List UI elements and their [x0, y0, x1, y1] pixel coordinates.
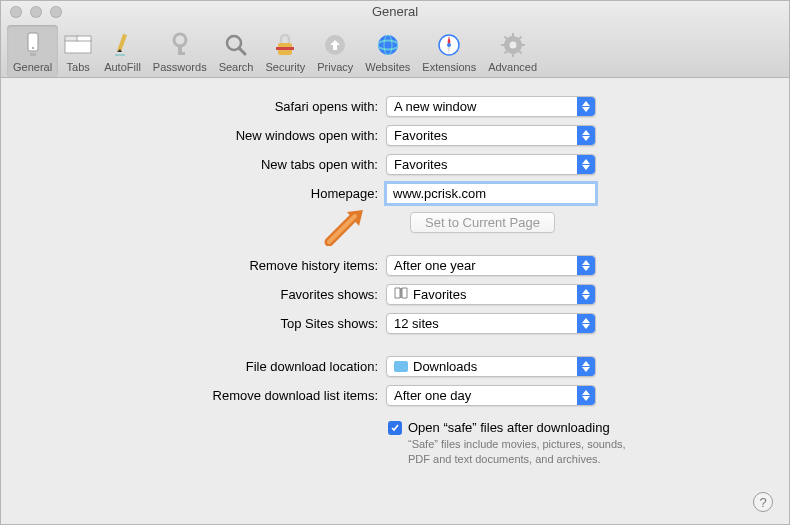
advanced-icon	[499, 31, 527, 59]
window-title: General	[1, 4, 789, 19]
label-remove-download: Remove download list items:	[31, 388, 386, 403]
svg-rect-23	[512, 53, 514, 57]
homepage-input[interactable]	[386, 183, 596, 204]
tab-general[interactable]: General	[7, 25, 58, 77]
preferences-toolbar: General Tabs AutoFill Passwords Search	[1, 22, 789, 78]
label-download-location: File download location:	[31, 359, 386, 374]
svg-line-11	[239, 48, 245, 54]
svg-rect-2	[30, 53, 36, 56]
tab-extensions[interactable]: Extensions	[416, 25, 482, 77]
svg-rect-6	[118, 34, 128, 52]
chevron-updown-icon	[577, 285, 595, 304]
svg-rect-5	[77, 36, 91, 41]
svg-rect-3	[65, 40, 91, 53]
select-download-location[interactable]: Downloads	[386, 356, 596, 377]
svg-point-21	[509, 42, 516, 49]
search-icon	[222, 31, 250, 59]
tab-passwords[interactable]: Passwords	[147, 25, 213, 77]
chevron-updown-icon	[577, 357, 595, 376]
tab-tabs[interactable]: Tabs	[58, 25, 98, 77]
label-new-windows: New windows open with:	[31, 128, 386, 143]
svg-rect-24	[501, 44, 505, 46]
svg-rect-9	[178, 52, 185, 55]
chevron-updown-icon	[577, 97, 595, 116]
preferences-window: General General Tabs AutoFill Passwords	[0, 0, 790, 525]
select-new-windows[interactable]: Favorites	[386, 125, 596, 146]
traffic-lights	[1, 6, 62, 18]
svg-rect-22	[512, 33, 514, 37]
label-favorites-shows: Favorites shows:	[31, 287, 386, 302]
set-current-page-button[interactable]: Set to Current Page	[410, 212, 555, 233]
minimize-window-button[interactable]	[30, 6, 42, 18]
chevron-updown-icon	[577, 314, 595, 333]
svg-rect-4	[65, 36, 78, 41]
passwords-icon	[166, 31, 194, 59]
label-remove-history: Remove history items:	[31, 258, 386, 273]
svg-point-15	[378, 35, 398, 55]
open-safe-description: “Safe” files include movies, pictures, s…	[408, 437, 648, 467]
open-safe-checkbox[interactable]	[388, 421, 402, 435]
general-icon	[19, 31, 47, 59]
tab-websites[interactable]: Websites	[359, 25, 416, 77]
tab-autofill[interactable]: AutoFill	[98, 25, 147, 77]
book-icon	[394, 287, 408, 302]
tab-security[interactable]: Security	[259, 25, 311, 77]
chevron-updown-icon	[577, 155, 595, 174]
tab-search[interactable]: Search	[213, 25, 260, 77]
select-remove-history[interactable]: After one year	[386, 255, 596, 276]
svg-point-1	[32, 47, 34, 49]
label-homepage: Homepage:	[31, 186, 386, 201]
help-button[interactable]: ?	[753, 492, 773, 512]
content-area: Safari opens with: A new window New wind…	[1, 78, 789, 477]
label-top-sites: Top Sites shows:	[31, 316, 386, 331]
select-top-sites[interactable]: 12 sites	[386, 313, 596, 334]
label-new-tabs: New tabs open with:	[31, 157, 386, 172]
svg-point-7	[174, 34, 186, 46]
label-safari-opens: Safari opens with:	[31, 99, 386, 114]
autofill-icon	[108, 31, 136, 59]
select-new-tabs[interactable]: Favorites	[386, 154, 596, 175]
privacy-icon	[321, 31, 349, 59]
titlebar: General	[1, 1, 789, 22]
folder-icon	[394, 361, 408, 372]
zoom-window-button[interactable]	[50, 6, 62, 18]
select-safari-opens[interactable]: A new window	[386, 96, 596, 117]
svg-point-19	[447, 43, 451, 47]
select-remove-download[interactable]: After one day	[386, 385, 596, 406]
chevron-updown-icon	[577, 386, 595, 405]
svg-rect-13	[276, 47, 294, 50]
select-favorites-shows[interactable]: Favorites	[386, 284, 596, 305]
security-icon	[271, 31, 299, 59]
websites-icon	[374, 31, 402, 59]
tab-advanced[interactable]: Advanced	[482, 25, 543, 77]
chevron-updown-icon	[577, 256, 595, 275]
chevron-updown-icon	[577, 126, 595, 145]
tab-privacy[interactable]: Privacy	[311, 25, 359, 77]
close-window-button[interactable]	[10, 6, 22, 18]
svg-rect-25	[521, 44, 525, 46]
tabs-icon	[64, 31, 92, 59]
open-safe-label: Open “safe” files after downloading	[408, 420, 648, 435]
extensions-icon	[435, 31, 463, 59]
